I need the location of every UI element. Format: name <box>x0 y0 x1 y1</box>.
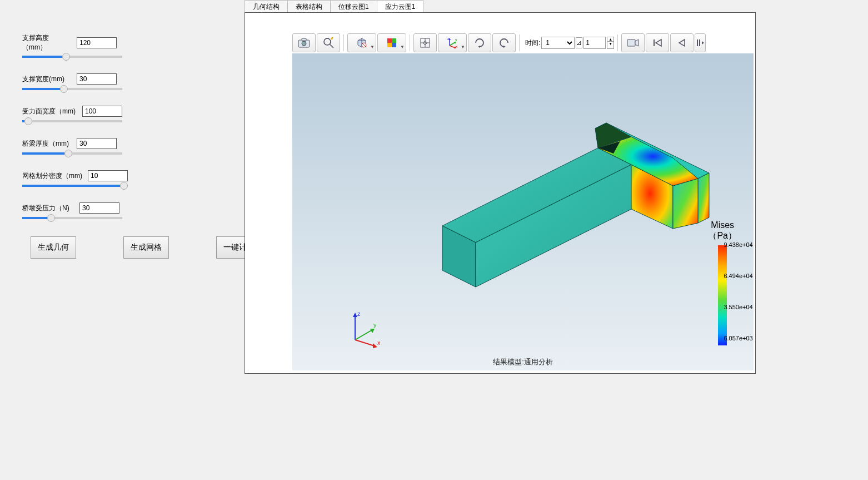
param-label: 支撑宽度(mm) <box>22 75 72 84</box>
rotate-ccw-icon[interactable] <box>492 33 516 52</box>
render-canvas[interactable]: z y x Mises（Pa） 9.438e+04 6.494e+04 3.55… <box>292 53 754 370</box>
svg-rect-1 <box>302 38 306 41</box>
svg-marker-26 <box>679 39 685 46</box>
legend-tick: 6.057e+03 <box>724 335 752 342</box>
cube-shaded-icon[interactable]: ▼ <box>347 33 376 52</box>
bridge-thickness-input[interactable] <box>77 138 117 149</box>
svg-text:z: z <box>447 37 450 41</box>
camera-icon[interactable] <box>621 33 645 52</box>
svg-marker-21 <box>478 46 480 48</box>
load-face-width-slider[interactable] <box>22 120 122 122</box>
fit-view-icon[interactable] <box>413 33 437 52</box>
svg-marker-35 <box>698 173 709 223</box>
support-width-slider[interactable] <box>22 88 122 90</box>
tab-stress[interactable]: 应力云图1 <box>377 0 424 12</box>
support-height-slider[interactable] <box>22 56 122 58</box>
svg-rect-8 <box>392 38 396 43</box>
legend-tick: 3.550e+04 <box>724 304 752 310</box>
svg-text:x: x <box>377 339 381 346</box>
more-icon[interactable] <box>695 33 706 52</box>
param-support-width: 支撑宽度(mm) <box>22 73 217 90</box>
param-label: 桥梁厚度（mm) <box>22 139 72 149</box>
orientation-triad-icon: z y x <box>347 309 386 348</box>
svg-marker-25 <box>656 39 661 46</box>
svg-rect-9 <box>387 43 392 47</box>
legend-tick: 6.494e+04 <box>724 273 752 279</box>
svg-text:x: x <box>456 44 458 48</box>
cube-colored-icon[interactable]: ▼ <box>377 33 406 52</box>
svg-point-3 <box>324 38 331 45</box>
param-pier-pressure: 桥墩受压力（N) <box>22 202 217 219</box>
tab-table[interactable]: 表格结构 <box>287 0 331 12</box>
svg-text:y: y <box>455 38 457 42</box>
svg-rect-24 <box>654 39 655 46</box>
rotate-cw-icon[interactable] <box>468 33 491 52</box>
svg-text:z: z <box>357 310 361 317</box>
param-label: 网格划分密度（mm) <box>22 171 83 181</box>
load-face-width-input[interactable] <box>82 106 122 117</box>
time-select[interactable]: 1 <box>541 37 575 49</box>
color-legend: Mises（Pa） 9.438e+04 6.494e+04 3.550e+04 … <box>708 220 737 345</box>
result-viewer: ▼ ▼ zyx ▼ 时间: 1 ⊿ ▲▼ <box>245 12 756 374</box>
param-label: 支撑高度（mm） <box>22 33 72 52</box>
svg-rect-10 <box>392 43 396 47</box>
frame-input[interactable] <box>583 37 606 49</box>
svg-text:y: y <box>373 321 377 328</box>
axes-icon[interactable]: zyx ▼ <box>438 33 467 52</box>
svg-rect-23 <box>627 39 635 46</box>
legend-tick: 9.438e+04 <box>724 241 752 248</box>
svg-marker-41 <box>353 313 357 317</box>
svg-marker-22 <box>503 46 506 48</box>
svg-line-46 <box>355 340 375 346</box>
mesh-result-icon <box>409 98 720 320</box>
result-tabs: 几何结构 表格结构 位移云图1 应力云图1 <box>245 0 423 12</box>
skip-start-icon[interactable] <box>646 33 669 52</box>
svg-rect-7 <box>387 38 392 43</box>
param-mesh-density: 网格划分密度（mm) <box>22 170 217 187</box>
svg-marker-29 <box>702 41 704 44</box>
viewer-toolbar: ▼ ▼ zyx ▼ 时间: 1 ⊿ ▲▼ <box>292 32 706 53</box>
svg-marker-47 <box>373 343 377 348</box>
tab-displacement[interactable]: 位移云图1 <box>330 0 377 12</box>
svg-line-14 <box>450 42 455 46</box>
mesh-density-input[interactable] <box>88 170 128 181</box>
param-label: 受力面宽度（mm) <box>22 107 78 116</box>
play-back-icon[interactable] <box>670 33 694 52</box>
action-buttons: 生成几何 生成网格 一键计算 <box>31 236 262 259</box>
param-load-face-width: 受力面宽度（mm) <box>22 106 217 122</box>
param-support-height: 支撑高度（mm） <box>22 33 217 58</box>
parameter-panel: 支撑高度（mm） 支撑宽度(mm) 受力面宽度（mm) 桥梁厚度（mm) 网格划… <box>0 17 239 251</box>
zoom-icon[interactable] <box>317 33 340 52</box>
bridge-thickness-slider[interactable] <box>22 152 122 155</box>
svg-point-2 <box>302 41 306 46</box>
tab-geometry[interactable]: 几何结构 <box>245 0 288 12</box>
pier-pressure-slider[interactable] <box>22 217 122 219</box>
support-height-input[interactable] <box>77 37 117 48</box>
screenshot-icon[interactable] <box>292 33 316 52</box>
svg-line-43 <box>355 330 372 340</box>
legend-title: Mises（Pa） <box>708 220 737 242</box>
param-bridge-thickness: 桥梁厚度（mm) <box>22 138 217 155</box>
generate-geometry-button[interactable]: 生成几何 <box>31 236 76 259</box>
pier-pressure-input[interactable] <box>79 202 119 214</box>
result-model-label: 结果模型:通用分析 <box>493 357 553 367</box>
svg-marker-36 <box>673 179 698 229</box>
svg-line-4 <box>330 44 333 48</box>
param-label: 桥墩受压力（N) <box>22 204 75 213</box>
generate-mesh-button[interactable]: 生成网格 <box>123 236 169 259</box>
mesh-density-slider[interactable] <box>22 185 122 187</box>
support-width-input[interactable] <box>77 73 117 85</box>
svg-line-16 <box>450 46 455 48</box>
time-label: 时间: <box>525 38 540 48</box>
